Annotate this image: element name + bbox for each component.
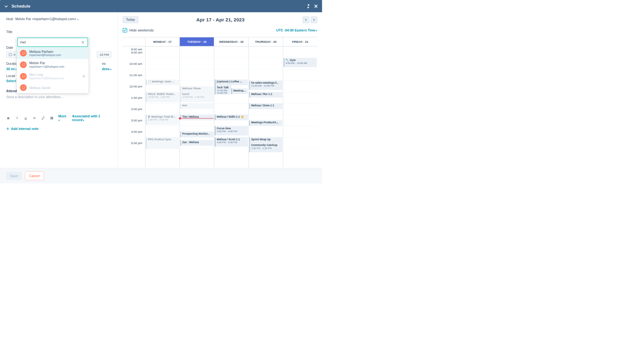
- day-column[interactable]: 🔧 Gym9:00 AM - 10:00 AM: [283, 47, 317, 168]
- calendar-event[interactable]: 🔧 Gym9:00 AM - 10:00 AM: [284, 58, 317, 67]
- svg-rect-2: [50, 118, 53, 118]
- day-header[interactable]: TUESDAY - 18: [180, 37, 214, 46]
- calendar-event[interactable]: hs-sales-meetings-f...11:00 AM - 12:00 P…: [249, 81, 282, 90]
- calendar-event[interactable]: Zac : Melissa: [180, 140, 213, 146]
- plus-icon: [6, 127, 9, 130]
- date-range: Apr 17 - Apr 21, 2023: [142, 17, 299, 22]
- day-column[interactable]: Melissa / Roselunch12:00 PM - 1:00 PMtes…: [180, 47, 214, 168]
- avatar-icon: [20, 84, 27, 91]
- calendar-event[interactable]: test: [180, 103, 213, 109]
- calendar-event[interactable]: HOLD: BOBO Testin...12:00 PM - 1:00 PM: [146, 92, 179, 102]
- form-panel: Host Melvin Par <mparham+1@hubspot.com> …: [0, 12, 118, 168]
- modal-header: Schedule: [0, 0, 322, 12]
- search-input[interactable]: [20, 40, 80, 44]
- svg-rect-1: [50, 117, 53, 117]
- host-label: Host: [6, 17, 13, 21]
- duration-select[interactable]: 30 mi: [6, 67, 17, 71]
- time-label: 5:00 pm: [123, 143, 145, 154]
- end-time-picker[interactable]: :15 PM: [97, 51, 111, 58]
- day-column[interactable]: hs-sales-meetings-f...11:00 AM - 12:00 P…: [248, 47, 283, 168]
- calendar-event[interactable]: 🗓 Meetings Triad W...2:00 PM - 3:00 PM: [146, 115, 179, 125]
- attendees-label-frag: es: [102, 62, 112, 66]
- day-header[interactable]: WEDNESDAY - 19: [214, 37, 248, 46]
- day-header[interactable]: FRIDAY - 21: [283, 37, 317, 46]
- host-value: Melvin Par <mparham+1@hubspot.com>: [15, 17, 76, 21]
- calendar-event[interactable]: Sprint Wrap Up: [249, 137, 282, 143]
- underline-button[interactable]: U: [24, 116, 28, 120]
- date-partial: 0: [14, 53, 15, 56]
- more-button[interactable]: More: [58, 114, 68, 122]
- day-header-row: MONDAY - 17 TUESDAY - 18 WEDNESDAY - 19 …: [123, 37, 317, 47]
- minimize-icon[interactable]: [306, 4, 311, 8]
- calendar-event[interactable]: Tim / Melissa: [180, 115, 213, 120]
- collapse-chevron-icon[interactable]: [4, 4, 8, 8]
- calendar-event[interactable]: Melissa / Scott 1:14:00 PM - 5:00 PM: [215, 137, 248, 147]
- attendee-desc-input[interactable]: Send a description to your attendees...: [6, 95, 111, 99]
- day-header[interactable]: THURSDAY - 20: [248, 37, 283, 46]
- search-input-wrap: ✕: [17, 37, 88, 47]
- bold-button[interactable]: B: [6, 116, 10, 120]
- search-option[interactable]: Melissa Parhammparham@hubspot.com: [17, 48, 89, 59]
- chevron-down-icon: ▾: [77, 18, 79, 21]
- checkbox-icon: [123, 28, 127, 32]
- avatar-icon: [20, 50, 27, 56]
- calendar-event[interactable]: Community Catchup4:30 PM - 5:30 PM: [249, 143, 282, 153]
- associated-records[interactable]: Associated with 1 record: [72, 114, 111, 122]
- next-week-button[interactable]: [311, 16, 317, 23]
- title-label: Title: [6, 30, 13, 34]
- clear-format-button[interactable]: Tx: [32, 116, 36, 120]
- attendee-search-popup: ✕ Melissa Parhammparham@hubspot.com Melv…: [17, 37, 89, 93]
- avatar-icon: [20, 61, 27, 68]
- attendees-select[interactable]: dees: [102, 67, 112, 71]
- rich-text-toolbar: B I U Tx More Associated with 1 record: [6, 114, 111, 122]
- calendar-event[interactable]: Meeting...: [231, 88, 248, 94]
- calendar-panel: Today Apr 17 - Apr 21, 2023 Hide we: [118, 12, 322, 168]
- current-time-indicator: [180, 118, 214, 118]
- search-option[interactable]: Melvin Parmparham+1@hubspot.com: [17, 59, 89, 70]
- svg-rect-3: [50, 119, 53, 119]
- cancel-button[interactable]: Cancel: [25, 171, 44, 180]
- svg-rect-0: [9, 53, 12, 56]
- host-row[interactable]: Host Melvin Par <mparham+1@hubspot.com> …: [6, 17, 111, 21]
- search-option: Melissa Sarah: [17, 82, 89, 93]
- hide-weekends-checkbox[interactable]: Hide weekends: [123, 28, 154, 32]
- date-label: Date: [6, 46, 13, 49]
- day-column[interactable]: [Optional ] Coffee ...Tech Talk11:00 AM …: [214, 47, 248, 168]
- calendar-event[interactable]: Melissa / Nidhi 1:1 👋: [215, 115, 248, 120]
- clear-search-icon[interactable]: ✕: [80, 40, 85, 45]
- prev-week-button[interactable]: [303, 16, 309, 23]
- day-column[interactable]: 📋 Meetings Team ...HOLD: BOBO Testin...1…: [145, 47, 180, 168]
- calendar-icon: [9, 53, 12, 56]
- calendar-event[interactable]: Melissa / Ror 1:1: [249, 92, 282, 98]
- italic-button[interactable]: I: [15, 116, 19, 120]
- calendar-event[interactable]: Melissa / Rose: [180, 86, 213, 92]
- save-button[interactable]: Save: [6, 172, 22, 180]
- date-picker[interactable]: 0: [6, 51, 18, 58]
- add-internal-note[interactable]: Add internal note: [6, 127, 111, 131]
- lock-icon: [82, 74, 86, 78]
- calendar-event[interactable]: PPG Product Sync: [146, 137, 179, 149]
- day-header[interactable]: MONDAY - 17: [145, 37, 180, 46]
- calendar-event[interactable]: Melissa / Drew 1:1: [249, 103, 282, 109]
- duration-label-frag: Duratic: [6, 62, 17, 66]
- calendar-event[interactable]: Tech Talk11:00 AM - 12:00 PM: [215, 85, 231, 95]
- svg-rect-4: [83, 76, 85, 77]
- calendar-event[interactable]: lunch12:00 PM - 1:00 PM: [180, 92, 213, 102]
- search-option: Mel Longmparham+2@hubspot.com: [17, 70, 89, 82]
- timezone-select[interactable]: UTC -04:00 Eastern Time: [276, 28, 317, 32]
- modal-title: Schedule: [12, 4, 31, 9]
- list-button[interactable]: [50, 116, 54, 120]
- calendar-event[interactable]: Focus time3:00 PM - 4:00 PM: [215, 126, 248, 136]
- calendar-body[interactable]: 8:00 am9:00 am10:00 am11:00 am12:00 pm1:…: [123, 47, 317, 168]
- modal-footer: Save Cancel: [0, 168, 322, 183]
- calendar-event[interactable]: Prospecting Workst...: [180, 132, 213, 137]
- calendar-event[interactable]: Meetings Product/A...: [249, 120, 282, 126]
- close-icon[interactable]: [314, 4, 318, 8]
- link-button[interactable]: [41, 116, 45, 120]
- avatar-icon: [20, 73, 27, 80]
- today-button[interactable]: Today: [123, 16, 138, 23]
